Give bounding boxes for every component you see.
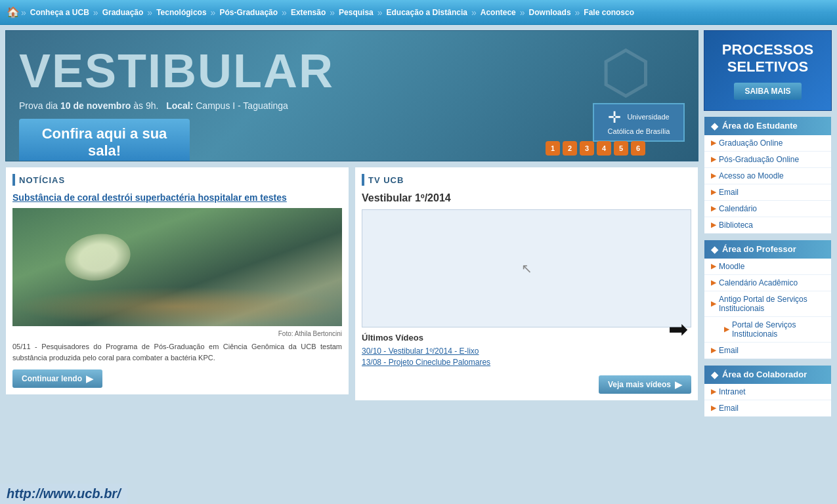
area-estudante-title: Área do Estudante: [722, 121, 798, 131]
arrow-icon: ▶: [711, 156, 716, 163]
continue-label: Continuar lendo: [22, 374, 82, 383]
nav-sep-9: »: [575, 7, 580, 18]
banner-check-room-button[interactable]: Confira aqui a sua sala!: [19, 119, 190, 161]
arrow-icon: ▶: [711, 188, 716, 196]
banner-local-label: Local:: [166, 100, 193, 111]
vestibular-banner[interactable]: VESTIBULAR Prova dia 10 de novembro às 9…: [5, 30, 698, 161]
dot-2[interactable]: 2: [563, 141, 577, 156]
nav-sep-1: »: [93, 7, 98, 18]
ver-mais-label: Veja mais vídeos: [608, 380, 671, 389]
arrow-icon: ▶: [711, 262, 716, 270]
saiba-mais-button[interactable]: SAIBA MAIS: [734, 83, 801, 100]
logo-cross-icon: ✛: [608, 108, 621, 127]
continue-reading-button[interactable]: Continuar lendo ▶: [12, 369, 102, 388]
dot-6[interactable]: 6: [631, 141, 645, 156]
nav-graduacao[interactable]: Graduação: [100, 8, 146, 17]
nav-sep-6: »: [377, 7, 383, 18]
banner-slide-dots: 1 2 3 4 5 6: [546, 141, 645, 156]
nav-downloads[interactable]: Downloads: [526, 8, 574, 17]
video-link-1[interactable]: 30/10 - Vestibular 1º/2014 - E-lixo: [362, 346, 691, 356]
portal-link-container: ➡ ▶ Portal de Serviços Institucionais: [704, 317, 831, 343]
professor-header-icon: ◆: [711, 244, 718, 255]
nav-sep-2: »: [147, 7, 152, 18]
banner-local: Campus I - Taguatinga: [196, 100, 288, 111]
nav-sep-4: »: [282, 7, 287, 18]
link-calendario-academico[interactable]: ▶ Calendário Acadêmico: [704, 275, 831, 291]
btn-arrow-icon: ▶: [86, 373, 93, 384]
nav-pos-graduacao[interactable]: Pós-Graduação: [217, 8, 280, 17]
nav-pesquisa[interactable]: Pesquisa: [336, 8, 376, 17]
link-label: Calendário Acadêmico: [719, 278, 798, 287]
link-label: Graduação Online: [719, 138, 783, 148]
link-label: Antigo Portal de Serviços Institucionais: [719, 295, 825, 313]
banner-subtitle-pre: Prova dia: [19, 100, 58, 111]
link-label: Calendário: [719, 204, 757, 213]
nav-conheca-ucb[interactable]: Conheça a UCB: [28, 8, 92, 17]
home-icon[interactable]: 🏠: [7, 6, 20, 18]
banner-university-logo: ✛ Universidade Católica de Brasília: [593, 103, 685, 142]
link-graduacao-online[interactable]: ▶ Graduação Online: [704, 135, 831, 152]
area-estudante-header: ◆ Área do Estudante: [704, 117, 831, 135]
link-label: Moodle: [719, 262, 744, 271]
nav-sep-8: »: [520, 7, 525, 18]
area-colaborador-header: ◆ Área do Colaborador: [704, 366, 831, 384]
dot-3[interactable]: 3: [580, 141, 594, 156]
cursor-icon: ↖: [521, 261, 532, 276]
link-email-prof[interactable]: ▶ Email: [704, 343, 831, 359]
nav-acontece[interactable]: Acontece: [478, 8, 519, 17]
colaborador-header-icon: ◆: [711, 369, 718, 380]
bottom-sections: NOTÍCIAS Substância de coral destrói sup…: [5, 167, 698, 401]
coral-overlay: [12, 287, 342, 326]
news-bar-decoration: [12, 174, 15, 186]
link-pos-graduacao-online[interactable]: ▶ Pós-Graduação Online: [704, 152, 831, 168]
link-label: Portal de Serviços Institucionais: [732, 320, 825, 339]
dot-1[interactable]: 1: [546, 141, 560, 156]
ultimos-videos-title: Últimos Vídeos: [362, 333, 691, 343]
processos-title: PROCESSOS SELETIVOS: [712, 41, 823, 76]
nav-tecnologicos[interactable]: Tecnológicos: [154, 8, 209, 17]
news-body-text: 05/11 - Pesquisadores do Programa de Pós…: [12, 341, 342, 363]
link-intranet[interactable]: ▶ Intranet: [704, 384, 831, 400]
area-colaborador-section: ◆ Área do Colaborador ▶ Intranet ▶ Email: [704, 365, 832, 417]
arrow-icon: ▶: [711, 205, 716, 212]
link-label: Email: [719, 346, 739, 355]
portal-arrow-indicator: ➡: [668, 316, 688, 343]
link-portal-servicos[interactable]: ▶ Portal de Serviços Institucionais: [704, 317, 831, 343]
link-moodle-prof[interactable]: ▶ Moodle: [704, 259, 831, 275]
nav-sep: »: [21, 7, 26, 18]
link-label: Biblioteca: [719, 220, 753, 230]
news-headline-link[interactable]: Substância de coral destrói superbactéri…: [12, 192, 342, 203]
link-label: Pós-Graduação Online: [719, 155, 799, 164]
tv-section-title: TV UCB: [368, 175, 404, 185]
link-biblioteca[interactable]: ▶ Biblioteca: [704, 217, 831, 234]
nav-sep-5: »: [330, 7, 335, 18]
link-calendario-estudante[interactable]: ▶ Calendário: [704, 201, 831, 217]
news-section-title: NOTÍCIAS: [19, 175, 65, 185]
nav-fale-conosco[interactable]: Fale conosco: [581, 8, 637, 17]
hex-decoration: ⬡: [600, 37, 652, 106]
arrow-icon: ▶: [711, 172, 716, 179]
link-antigo-portal[interactable]: ▶ Antigo Portal de Serviços Instituciona…: [704, 291, 831, 317]
top-navigation: 🏠 » Conheça a UCB » Graduação » Tecnológ…: [0, 0, 837, 25]
nav-ead[interactable]: Educação a Distância: [384, 8, 470, 17]
arrow-icon: ▶: [711, 388, 716, 395]
tv-video-player[interactable]: ↖: [362, 209, 691, 327]
arrow-icon: ▶: [724, 326, 729, 333]
link-email-colaborador[interactable]: ▶ Email: [704, 400, 831, 417]
news-header: NOTÍCIAS: [12, 174, 342, 186]
video-link-2[interactable]: 13/08 - Projeto Cineclube Palomares: [362, 358, 691, 367]
dot-4[interactable]: 4: [597, 141, 611, 156]
banner-title: VESTIBULAR: [6, 31, 698, 98]
ver-mais-videos-button[interactable]: Veja mais vídeos ▶: [599, 375, 691, 394]
center-content: VESTIBULAR Prova dia 10 de novembro às 9…: [5, 30, 698, 417]
link-acesso-moodle[interactable]: ▶ Acesso ao Moodle: [704, 168, 831, 184]
dot-5[interactable]: 5: [614, 141, 628, 156]
link-label: Intranet: [719, 387, 746, 396]
arrow-icon: ▶: [711, 221, 716, 228]
arrow-icon: ▶: [711, 300, 716, 307]
tv-headline: Vestibular 1º/2014: [362, 192, 691, 204]
link-email-estudante[interactable]: ▶ Email: [704, 184, 831, 201]
area-colaborador-title: Área do Colaborador: [722, 369, 807, 379]
nav-extensao[interactable]: Extensão: [288, 8, 328, 17]
processos-seletivos-banner[interactable]: PROCESSOS SELETIVOS SAIBA MAIS: [704, 30, 832, 111]
